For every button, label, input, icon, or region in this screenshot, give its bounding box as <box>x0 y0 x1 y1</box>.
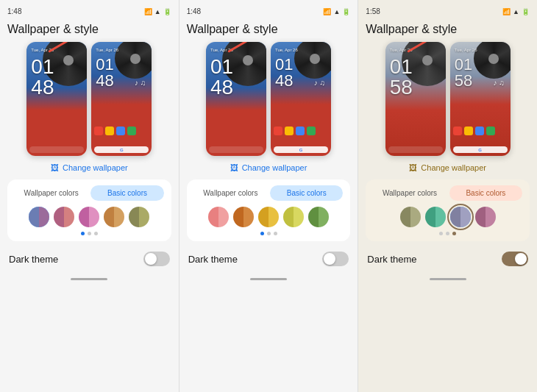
status-bar-2: 1:48 📶 ▲ 🔋 <box>187 6 351 17</box>
tab-basic-colors-1[interactable]: Basic colors <box>90 185 163 201</box>
app-icons-1 <box>94 126 149 135</box>
swatch-1-4[interactable] <box>129 207 149 227</box>
date-home-2: Tue, Apr 26 <box>275 48 298 52</box>
change-wallpaper-btn-3[interactable]: 🖼 Change wallpaper <box>366 162 530 174</box>
date-home-1: Tue, Apr 26 <box>96 48 118 52</box>
chrome-icon-2 <box>296 126 305 135</box>
clock-3: 0158 <box>390 57 413 98</box>
date-home-3: Tue, Apr 26 <box>455 48 477 52</box>
signal-icon-2: 📶 <box>323 8 331 15</box>
tab-basic-colors-3[interactable]: Basic colors <box>449 185 522 201</box>
status-time-3: 1:58 <box>366 7 380 15</box>
app-icons-3 <box>453 126 508 135</box>
phone-icon-3 <box>486 126 495 135</box>
change-wallpaper-btn-1[interactable]: 🖼 Change wallpaper <box>7 162 171 174</box>
lock-screen-1: Tue, Apr 26 0148 <box>26 42 87 156</box>
dot-3-2 <box>452 232 456 235</box>
dot-2-2 <box>274 232 277 235</box>
dark-theme-row-3: Dark theme <box>366 247 530 271</box>
page-title-2: Wallpaper & style <box>187 23 351 36</box>
dark-theme-toggle-1[interactable] <box>143 252 170 266</box>
dot-1-0 <box>81 232 85 235</box>
dots-1 <box>15 232 164 235</box>
page-title-3: Wallpaper & style <box>366 23 530 36</box>
signal-icon-3: 📶 <box>502 8 511 15</box>
swatch-1-1[interactable] <box>54 207 74 227</box>
swatch-1-2[interactable] <box>79 207 99 227</box>
phone-preview-2: Tue, Apr 26 0148 Tue, Apr 26 0148 ♪ ♫ G <box>187 42 351 156</box>
swatch-3-3[interactable] <box>475 207 496 227</box>
dots-3 <box>373 232 522 235</box>
dark-theme-toggle-3[interactable] <box>502 252 528 266</box>
swatch-2-2[interactable] <box>258 207 279 227</box>
change-wallpaper-label-2: Change wallpaper <box>242 163 307 172</box>
toggle-knob-3 <box>515 253 527 265</box>
gmail-icon-2 <box>274 126 282 135</box>
status-bar-1: 1:48 📶 ▲ 🔋 <box>7 6 171 17</box>
maps-icon-2 <box>285 126 294 135</box>
swatch-2-1[interactable] <box>233 207 254 227</box>
status-icons-2: 📶 ▲ 🔋 <box>323 8 350 15</box>
dark-theme-toggle-2[interactable] <box>322 252 349 266</box>
toggle-knob-1 <box>145 253 157 265</box>
color-swatches-3 <box>373 207 522 227</box>
swatch-1-3[interactable] <box>104 207 124 227</box>
dark-theme-label-2: Dark theme <box>188 254 238 265</box>
status-bar-3: 1:58 📶 ▲ 🔋 <box>366 6 530 17</box>
toggle-knob-2 <box>324 253 335 265</box>
music-notes-3: ♪ ♫ <box>493 79 504 87</box>
chrome-icon-1 <box>116 126 125 135</box>
phone-preview-1: Tue, Apr 26 0148 Tue, Apr 26 0148 ♪ ♫ G <box>7 42 171 156</box>
wallpaper-icon-2: 🖼 <box>230 163 238 172</box>
music-notes-2: ♪ ♫ <box>314 79 325 87</box>
color-selector-2: Wallpaper colors Basic colors <box>187 179 351 241</box>
bottom-bar-1 <box>71 278 107 280</box>
swatch-3-0[interactable] <box>400 207 421 227</box>
phone-preview-3: Tue, Apr 26 0158 Tue, Apr 26 0158 ♪ ♫ G <box>366 42 530 156</box>
search-bar-1: G <box>94 146 149 153</box>
lock-screen-3: Tue, Apr 26 0158 <box>385 42 446 156</box>
battery-icon-1: 🔋 <box>163 8 171 15</box>
wifi-icon-1: ▲ <box>154 8 161 15</box>
dark-theme-label-3: Dark theme <box>367 254 416 265</box>
swatch-3-2[interactable] <box>450 207 471 227</box>
dark-theme-label-1: Dark theme <box>9 254 58 265</box>
swatch-3-1[interactable] <box>425 207 446 227</box>
search-g-3: G <box>478 148 482 152</box>
color-swatches-1 <box>15 207 164 227</box>
dark-theme-row-1: Dark theme <box>7 247 171 271</box>
search-g-2: G <box>299 148 303 152</box>
change-wallpaper-label-1: Change wallpaper <box>63 163 128 172</box>
dot-3-1 <box>446 232 449 235</box>
wifi-icon-2: ▲ <box>333 8 340 15</box>
clock-1: 0148 <box>31 57 54 98</box>
lock-screen-2: Tue, Apr 26 0148 <box>206 42 266 156</box>
change-wallpaper-label-3: Change wallpaper <box>421 163 486 172</box>
wallpaper-icon-3: 🖼 <box>409 163 417 172</box>
dot-3-0 <box>439 232 443 235</box>
signal-icon-1: 📶 <box>144 8 152 15</box>
clock-2: 0148 <box>210 57 233 98</box>
maps-icon-3 <box>464 126 473 135</box>
phone-icon-1 <box>127 126 136 135</box>
search-bar-2: G <box>274 146 328 153</box>
swatch-1-0[interactable] <box>29 207 49 227</box>
chrome-icon-3 <box>475 126 484 135</box>
wallpaper-icon-1: 🖼 <box>51 163 59 172</box>
tab-wallpaper-colors-3[interactable]: Wallpaper colors <box>373 185 446 201</box>
clock-home-3: 0158 <box>455 57 472 89</box>
tab-basic-colors-2[interactable]: Basic colors <box>270 185 343 201</box>
color-selector-3: Wallpaper colors Basic colors <box>366 179 530 241</box>
music-notes-1: ♪ ♫ <box>135 79 146 87</box>
swatch-2-4[interactable] <box>308 207 329 227</box>
swatch-2-0[interactable] <box>208 207 229 227</box>
phone-panel-1: 1:48 📶 ▲ 🔋 Wallpaper & style Tue, Apr 26… <box>0 0 179 392</box>
home-screen-3: Tue, Apr 26 0158 ♪ ♫ G <box>450 42 511 156</box>
tab-wallpaper-colors-1[interactable]: Wallpaper colors <box>15 185 88 201</box>
tab-wallpaper-colors-2[interactable]: Wallpaper colors <box>194 185 267 201</box>
change-wallpaper-btn-2[interactable]: 🖼 Change wallpaper <box>187 162 351 174</box>
swatch-2-3[interactable] <box>283 207 304 227</box>
dot-1-2 <box>94 232 98 235</box>
home-screen-2: Tue, Apr 26 0148 ♪ ♫ G <box>271 42 331 156</box>
page-title-1: Wallpaper & style <box>7 23 171 36</box>
